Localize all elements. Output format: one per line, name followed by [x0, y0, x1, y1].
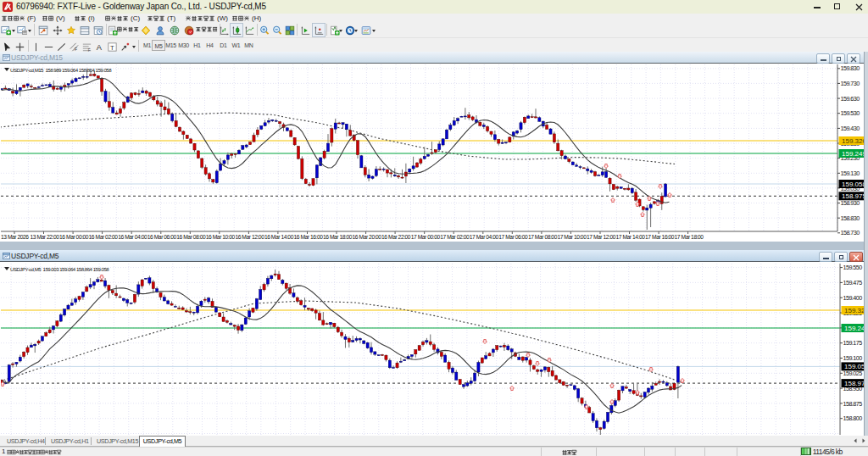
svg-text:159.400: 159.400	[843, 294, 863, 302]
svg-text:159.058: 159.058	[842, 181, 866, 188]
svg-text:158.730: 158.730	[841, 229, 860, 236]
svg-text:17 Mar 18:00: 17 Mar 18:00	[675, 234, 704, 240]
svg-text:159.320: 159.320	[842, 137, 866, 145]
svg-text:17 Mar 06:00: 17 Mar 06:00	[498, 234, 528, 240]
svg-text:T: T	[110, 44, 114, 52]
svg-text:USDJPY-cd,M15 158.989 159.064: USDJPY-cd,M15 158.989 159.064 158.864 15…	[10, 67, 112, 73]
svg-text:158.800: 158.800	[843, 414, 863, 422]
svg-text:159.630: 159.630	[841, 95, 860, 103]
svg-text:16 Mar 02:00: 16 Mar 02:00	[89, 234, 119, 240]
svg-text:16 Mar 18:00: 16 Mar 18:00	[323, 234, 353, 240]
svg-text:17 Mar 16:00: 17 Mar 16:00	[645, 234, 675, 240]
svg-text:16 Mar 22:00: 16 Mar 22:00	[381, 234, 411, 240]
svg-text:16 Mar 20:00: 16 Mar 20:00	[353, 234, 382, 240]
svg-text:USDJPY-cd,M5 159.003 159.064: USDJPY-cd,M5 159.003 159.064 158.864 159…	[10, 266, 109, 272]
svg-text:17 Mar 10:00: 17 Mar 10:00	[557, 234, 587, 240]
svg-text:159.550: 159.550	[843, 264, 863, 271]
svg-text:17 Mar 12:00: 17 Mar 12:00	[587, 234, 616, 240]
svg-text:158.875: 158.875	[843, 400, 863, 408]
svg-text:159.530: 159.530	[841, 109, 860, 117]
svg-text:159.100: 159.100	[843, 354, 863, 362]
svg-text:13 Mar 22:00: 13 Mar 22:00	[31, 234, 60, 240]
svg-text:159.249: 159.249	[842, 150, 866, 158]
svg-text:159.175: 159.175	[843, 339, 863, 347]
svg-text:158.975: 158.975	[842, 192, 866, 200]
svg-text:16 Mar 16:00: 16 Mar 16:00	[294, 234, 324, 240]
svg-text:16 Mar 06:00: 16 Mar 06:00	[147, 234, 177, 240]
svg-text:17 Mar 04:00: 17 Mar 04:00	[470, 234, 499, 240]
svg-text:17 Mar 00:00: 17 Mar 00:00	[411, 234, 441, 240]
svg-text:16 Mar 12:00: 16 Mar 12:00	[235, 234, 264, 240]
svg-text:159.430: 159.430	[841, 125, 860, 132]
svg-text:158.930: 158.930	[841, 199, 860, 207]
svg-text:17 Mar 02:00: 17 Mar 02:00	[440, 234, 470, 240]
svg-text:159.475: 159.475	[843, 279, 863, 286]
svg-text:159.130: 159.130	[841, 170, 860, 177]
svg-text:16 Mar 08:00: 16 Mar 08:00	[176, 234, 206, 240]
svg-text:A: A	[97, 43, 103, 52]
svg-text:16 Mar 10:00: 16 Mar 10:00	[206, 234, 236, 240]
svg-text:16 Mar 04:00: 16 Mar 04:00	[118, 234, 147, 240]
svg-text:159.730: 159.730	[841, 80, 860, 87]
svg-text:13 Mar 2026: 13 Mar 2026	[1, 234, 29, 240]
svg-text:16 Mar 14:00: 16 Mar 14:00	[264, 234, 294, 240]
svg-text:17 Mar 14:00: 17 Mar 14:00	[616, 234, 646, 240]
svg-text:16 Mar 00:00: 16 Mar 00:00	[59, 234, 89, 240]
svg-text:158.830: 158.830	[841, 214, 860, 222]
svg-text:17 Mar 08:00: 17 Mar 08:00	[528, 234, 558, 240]
svg-text:159.830: 159.830	[841, 64, 860, 72]
